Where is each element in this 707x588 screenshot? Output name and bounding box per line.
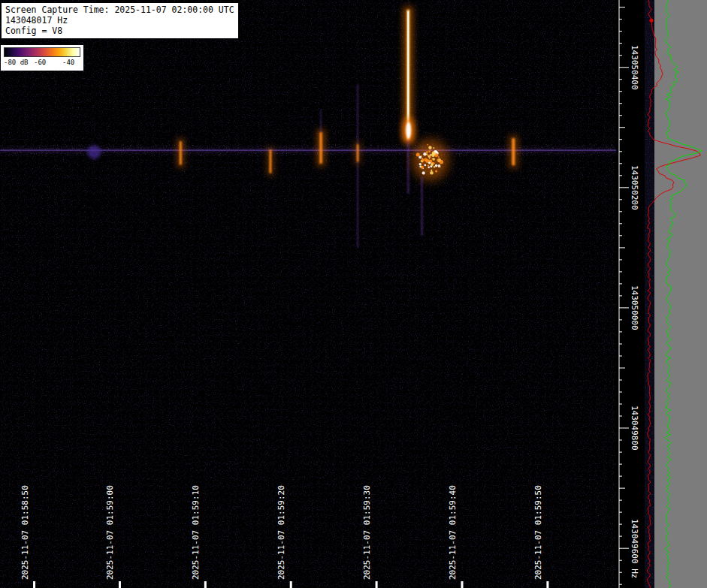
faint-echo-smudge	[87, 145, 101, 158]
time-tick	[204, 581, 207, 588]
faint-doppler-trail	[320, 110, 322, 132]
time-tick	[546, 581, 548, 588]
meteor-echo-streak	[180, 141, 182, 164]
freq-label-4: 143049600 Hz	[630, 519, 639, 578]
colorbar-label-min: -80 dB	[4, 59, 29, 66]
time-label-2: 2025-11-07 01:59:10	[191, 485, 201, 580]
meteor-echo-streak	[319, 132, 322, 164]
time-label-0: 2025-11-07 01:58:50	[20, 485, 30, 580]
echo-cluster-dot	[434, 166, 435, 167]
time-tick	[290, 581, 292, 588]
time-tick	[461, 581, 464, 588]
echo-cluster-dot	[431, 164, 433, 166]
echo-cluster-dot	[430, 171, 434, 175]
meteor-echo-streak	[357, 144, 359, 161]
faint-doppler-trail	[407, 140, 409, 194]
colorbar-label-max: -40	[62, 59, 74, 66]
live-spectrum-panel	[645, 0, 707, 588]
echo-cluster-dot	[428, 167, 430, 169]
colorbar-gradient	[4, 47, 80, 57]
spectrum-marker-dot	[650, 19, 654, 23]
echo-cluster-dot	[435, 164, 438, 167]
echo-cluster-dot	[423, 168, 424, 169]
time-label-4: 2025-11-07 01:59:30	[362, 485, 372, 580]
freq-label-3: 143049800	[630, 406, 639, 451]
colorbar-label-mid: -60	[34, 59, 46, 66]
echo-cluster-dot	[429, 158, 431, 160]
faint-doppler-trail	[357, 84, 358, 248]
time-label-3: 2025-11-07 01:59:20	[276, 485, 286, 580]
capture-info-box: Screen Capture Time: 2025-11-07 02:00:00…	[1, 2, 239, 39]
meteor-echo-streak	[512, 138, 515, 165]
echo-cluster-dot	[423, 152, 426, 155]
capture-frequency-text: 143048017 Hz	[5, 15, 234, 26]
echo-cluster-dot	[440, 160, 443, 164]
freq-label-0: 143050400	[630, 45, 639, 90]
echo-cluster-dot	[430, 154, 432, 156]
time-label-6: 2025-11-07 01:59:50	[533, 485, 543, 580]
colorbar-labels: -80 dB -60 -40	[4, 57, 80, 68]
meteor-echo-streak	[269, 149, 271, 173]
faint-doppler-trail	[421, 176, 423, 235]
echo-cluster-dot	[427, 144, 428, 146]
echo-cluster-dot	[421, 158, 425, 161]
time-label-1: 2025-11-07 01:59:00	[105, 485, 115, 580]
freq-label-2: 143050000	[630, 285, 639, 330]
spectrogram-display: Screen Capture Time: 2025-11-07 02:00:00…	[0, 0, 707, 588]
colorbar: -80 dB -60 -40	[1, 45, 83, 71]
echo-cluster-dot	[431, 170, 432, 171]
echo-cluster-dot	[438, 156, 440, 158]
time-tick	[33, 581, 35, 588]
echo-cluster-dot	[437, 158, 439, 161]
capture-time-text: Screen Capture Time: 2025-11-07 02:00:00…	[5, 5, 234, 15]
echo-cluster-dot	[435, 170, 437, 172]
echo-cluster-dot	[428, 164, 429, 166]
time-label-5: 2025-11-07 01:59:40	[448, 485, 458, 580]
echo-cluster-dot	[422, 171, 425, 174]
echo-cluster-dot	[428, 150, 431, 152]
echo-cluster-dot	[427, 155, 428, 156]
time-tick	[376, 581, 378, 588]
head-echo-flare-core	[406, 122, 411, 139]
echo-cluster-dot	[424, 158, 428, 161]
echo-cluster-dot	[419, 163, 421, 165]
echo-cluster-dot	[426, 151, 428, 153]
noise-layer	[0, 0, 616, 588]
frequency-axis-ticks	[619, 0, 629, 588]
echo-cluster-dot	[428, 156, 430, 158]
freq-label-1: 143050200	[630, 165, 639, 210]
echo-cluster-dot	[432, 151, 436, 155]
echo-cluster-dot	[424, 164, 426, 167]
echo-cluster-dot	[418, 156, 421, 159]
echo-cluster-dot	[428, 161, 431, 164]
echo-cluster-dot	[416, 153, 420, 157]
echo-cluster-dot	[433, 158, 435, 160]
echo-cluster-dot	[433, 162, 435, 164]
noise-texture	[0, 0, 616, 588]
time-tick	[119, 581, 121, 588]
capture-config-text: Config = V8	[5, 26, 234, 36]
echo-cluster-dot	[428, 146, 432, 149]
echo-cluster-dot	[440, 166, 441, 167]
echo-cluster-dot	[433, 147, 434, 149]
